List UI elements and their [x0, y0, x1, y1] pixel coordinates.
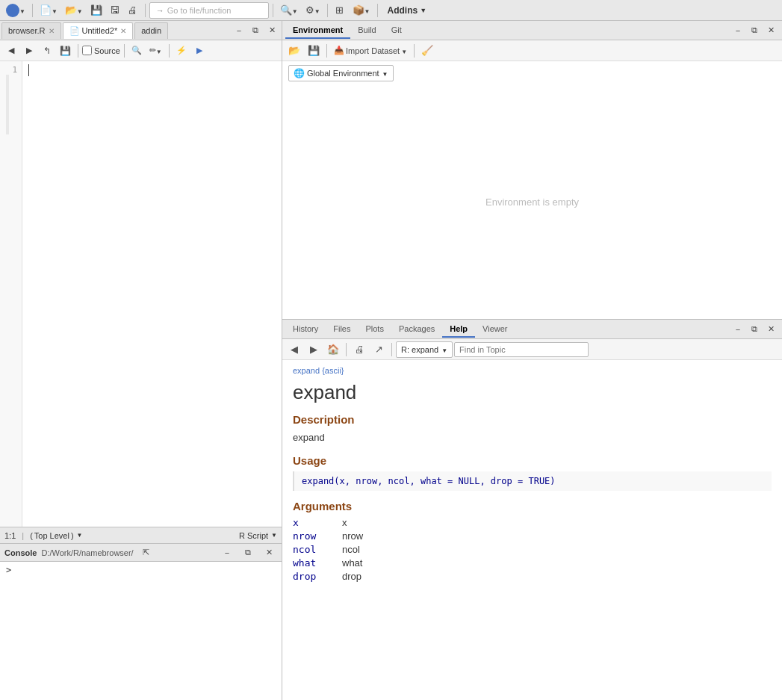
ed-sep3 — [169, 44, 170, 58]
redo-btn[interactable]: ▶ — [21, 43, 37, 59]
help-minimize-btn[interactable]: − — [730, 321, 746, 338]
env-sep2 — [414, 44, 415, 58]
sep4 — [327, 4, 328, 17]
print-btn[interactable]: 🖨 — [125, 2, 141, 19]
tab-git-label: Git — [391, 25, 402, 34]
goto-arrow-icon: → — [156, 6, 164, 15]
new-file-btn[interactable]: 📄 — [37, 2, 60, 19]
status-bar: 1:1 | ( Top Level ) ▼ R Script ▼ — [0, 527, 282, 543]
help-expand-btn[interactable]: ⧉ — [746, 321, 763, 338]
code-tools-btn[interactable]: ⚙ — [302, 2, 323, 19]
tab-help[interactable]: Help — [442, 321, 475, 338]
source-checkbox-label[interactable]: Source — [82, 46, 120, 55]
help-title: expand — [293, 381, 772, 404]
r-expand-dropdown[interactable]: R: expand — [396, 341, 453, 358]
find-in-topic-input[interactable] — [454, 342, 589, 357]
find-btn[interactable]: 🔍 — [128, 43, 145, 59]
level-chevron-icon: ▼ — [77, 532, 83, 539]
tab-viewer[interactable]: Viewer — [475, 321, 515, 338]
script-type-text: R Script — [239, 531, 268, 540]
tab-build-label: Build — [358, 25, 376, 34]
env-minimize-btn[interactable]: − — [730, 22, 746, 39]
help-expand-icon: ⧉ — [751, 324, 757, 334]
tab-help-label: Help — [450, 324, 468, 333]
env-expand-btn[interactable]: ⧉ — [746, 22, 763, 39]
packages-btn[interactable]: 📦 — [350, 2, 373, 19]
tab-environment-label: Environment — [293, 25, 343, 34]
help-back-btn[interactable]: ◀ — [285, 341, 303, 358]
help-forward-icon: ▶ — [310, 344, 317, 355]
import-dataset-btn[interactable]: 📥 Import Dataset — [331, 43, 410, 59]
help-breadcrumb-link[interactable]: expand {ascii} — [293, 366, 344, 375]
env-close-icon: ✕ — [768, 25, 775, 35]
console-expand-btn[interactable]: ⧉ — [240, 545, 256, 561]
code-level-dropdown[interactable]: ( Top Level ) ▼ — [30, 531, 82, 540]
tab-files[interactable]: Files — [326, 321, 358, 338]
help-print-btn[interactable]: 🖨 — [350, 341, 368, 358]
console-path: D:/Work/R/namebrowser/ — [41, 548, 133, 557]
script-type-dropdown[interactable]: R Script ▼ — [239, 531, 277, 540]
env-globe-icon: 🌐 — [294, 68, 305, 78]
tab-environment[interactable]: Environment — [285, 22, 350, 39]
save-workspace-btn[interactable]: 💾 — [305, 43, 323, 59]
help-home-btn[interactable]: 🏠 — [324, 341, 342, 358]
tab-close-btn[interactable]: ✕ — [264, 22, 280, 39]
tab-untitled2[interactable]: 📄 Untitled2* ✕ — [63, 22, 134, 39]
global-env-label: Global Environment — [307, 69, 379, 78]
tab-addin[interactable]: addin — [134, 22, 168, 39]
cursor-position: 1:1 — [4, 531, 16, 540]
editor-cursor — [28, 64, 276, 76]
save-file-btn[interactable]: 💾 — [57, 43, 74, 59]
help-close-btn[interactable]: ✕ — [763, 321, 779, 338]
find-replace-btn[interactable]: 🔍 — [277, 2, 301, 19]
tab-windows-btn[interactable]: ⧉ — [247, 22, 264, 39]
load-workspace-btn[interactable]: 📂 — [285, 43, 303, 59]
open-file-icon: 📂 — [65, 4, 77, 16]
undo-btn[interactable]: ◀ — [3, 43, 19, 59]
arg-name-x: x — [293, 517, 330, 528]
save-all-btn[interactable]: 🖫 — [107, 2, 123, 19]
console-area[interactable]: > — [0, 562, 282, 700]
help-export-btn[interactable]: ↗ — [370, 341, 388, 358]
tab-history[interactable]: History — [285, 321, 326, 338]
tab-packages[interactable]: Packages — [391, 321, 442, 338]
navigate-back-btn[interactable]: ↰ — [39, 43, 55, 59]
env-toolbar: 📂 💾 📥 Import Dataset 🧹 — [282, 40, 782, 61]
tab-browser-r-close[interactable]: ✕ — [49, 27, 55, 35]
tab-untitled2-close[interactable]: ✕ — [120, 27, 126, 35]
tab-history-label: History — [293, 324, 318, 333]
rstudio-logo-btn[interactable] — [3, 2, 28, 19]
arg-row-x: x x — [293, 517, 772, 528]
goto-file-input[interactable]: → Go to file/function — [149, 2, 269, 19]
tab-plots[interactable]: Plots — [358, 321, 391, 338]
global-env-dropdown[interactable]: 🌐 Global Environment — [288, 65, 394, 81]
tab-git[interactable]: Git — [384, 22, 409, 39]
clear-console-btn[interactable]: 🧹 — [418, 43, 436, 59]
code-editor[interactable] — [22, 61, 282, 527]
run-btn[interactable]: ▶ — [191, 43, 208, 59]
env-sep1 — [326, 44, 327, 58]
tab-build[interactable]: Build — [350, 22, 383, 39]
console-minimize-btn[interactable]: − — [219, 545, 235, 561]
open-chevron-icon — [77, 6, 83, 15]
compile-btn[interactable]: ⚡ — [173, 43, 190, 59]
tab-browser-r[interactable]: browser.R ✕ — [1, 22, 61, 39]
code-edit-btn[interactable]: ✏ — [146, 43, 165, 59]
console-title: Console — [4, 548, 37, 557]
tab-minus-btn[interactable]: − — [231, 22, 247, 39]
addins-btn[interactable]: Addins ▼ — [382, 2, 433, 19]
save-btn[interactable]: 💾 — [87, 2, 105, 19]
console-browse-btn[interactable]: ⇱ — [138, 545, 155, 561]
position-text: 1:1 — [4, 531, 16, 540]
global-env-chevron-icon — [382, 69, 388, 78]
arg-row-nrow: nrow nrow — [293, 530, 772, 542]
load-icon: 📂 — [288, 45, 300, 56]
grid-btn[interactable]: ⊞ — [332, 2, 348, 19]
editor-toolbar: ◀ ▶ ↰ 💾 Source 🔍 ✏ — [0, 40, 282, 61]
env-close-btn[interactable]: ✕ — [763, 22, 779, 39]
open-file-btn[interactable]: 📂 — [62, 2, 86, 19]
console-close-btn[interactable]: ✕ — [261, 545, 277, 561]
source-checkbox[interactable] — [82, 46, 92, 55]
help-forward-btn[interactable]: ▶ — [305, 341, 323, 358]
minimize-icon: − — [225, 548, 229, 557]
